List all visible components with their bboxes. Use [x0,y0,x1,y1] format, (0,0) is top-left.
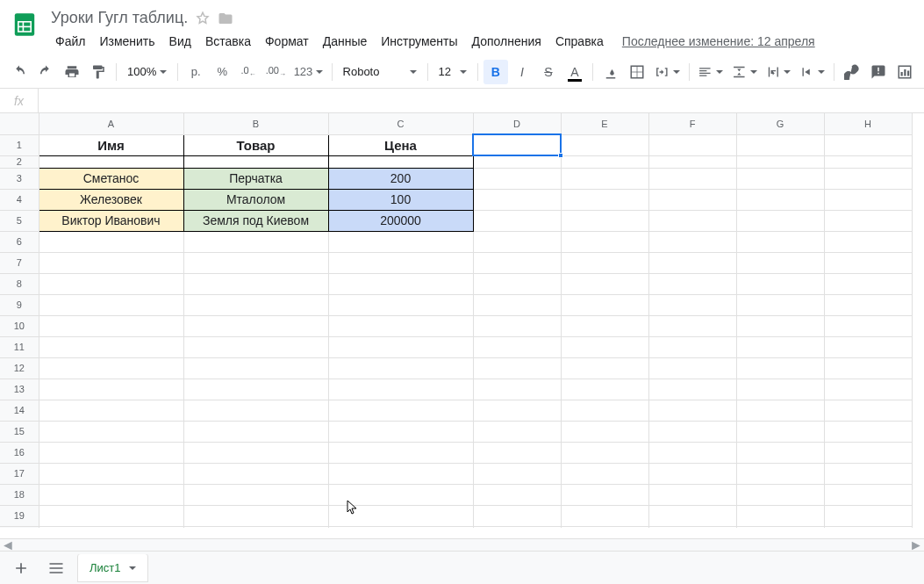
chart-button[interactable] [892,60,917,84]
cell[interactable] [328,336,473,357]
cell[interactable] [473,400,561,421]
add-sheet-button[interactable] [7,554,35,582]
cell[interactable] [736,421,824,442]
cell[interactable] [561,231,648,252]
strike-button[interactable]: S [536,60,561,84]
dec-increase-button[interactable]: .00→ [262,60,289,84]
cell[interactable] [736,315,824,336]
cell-b1[interactable]: Товар [183,134,328,155]
cell[interactable] [736,294,824,315]
undo-button[interactable] [7,60,32,84]
cell-c1[interactable]: Цена [328,134,473,155]
cell[interactable] [473,231,561,252]
wrap-button[interactable] [763,60,795,84]
row-header-12[interactable]: 12 [0,357,39,379]
cell-a5[interactable]: Виктор Иванович [39,210,183,231]
cell[interactable] [648,484,736,505]
cell-d4[interactable] [473,189,561,210]
cell[interactable] [473,252,561,273]
menu-data[interactable]: Данные [317,31,374,52]
cell[interactable] [648,357,736,379]
cell-e2[interactable] [561,155,648,168]
cell[interactable] [561,252,648,273]
paint-format-button[interactable] [86,60,111,84]
cell-g2[interactable] [736,155,824,168]
spreadsheet-grid[interactable]: A B C D E F G H 1 Имя Товар Цена 2 3 Сме… [0,113,913,528]
font-select[interactable]: Roboto [338,61,422,83]
cell[interactable] [473,336,561,357]
row-header-10[interactable]: 10 [0,315,39,336]
row-header-15[interactable]: 15 [0,421,39,442]
row-header-14[interactable]: 14 [0,400,39,421]
cell-h2[interactable] [824,155,912,168]
row-header-6[interactable]: 6 [0,231,39,252]
cell-b4[interactable]: Мталолом [183,189,328,210]
cell-f3[interactable] [648,168,736,189]
cell[interactable] [473,484,561,505]
row-header-5[interactable]: 5 [0,210,39,231]
cell[interactable] [824,442,912,463]
cell[interactable] [561,463,648,484]
menu-addons[interactable]: Дополнения [466,31,548,52]
cell[interactable] [648,252,736,273]
cell[interactable] [561,294,648,315]
row-header-13[interactable]: 13 [0,379,39,400]
cell-a2[interactable] [39,155,183,168]
row-header-1[interactable]: 1 [0,134,39,155]
cell-f5[interactable] [648,210,736,231]
cell[interactable] [39,421,183,442]
row-header-19[interactable]: 19 [0,505,39,526]
cell[interactable] [39,357,183,379]
cell-f2[interactable] [648,155,736,168]
cell[interactable] [824,421,912,442]
cell[interactable] [736,273,824,294]
font-size-select[interactable]: 12 [433,61,472,83]
cell[interactable] [561,442,648,463]
sheet-tab-1[interactable]: Лист1 [77,554,148,582]
cell-g4[interactable] [736,189,824,210]
cell[interactable] [473,379,561,400]
cell[interactable] [561,315,648,336]
cell-d1[interactable] [473,134,561,155]
all-sheets-button[interactable] [42,554,70,582]
cell-c5[interactable]: 200000 [328,210,473,231]
cell-g3[interactable] [736,168,824,189]
cell[interactable] [328,442,473,463]
cell-g1[interactable] [736,134,824,155]
cell[interactable] [39,505,183,526]
row-header-8[interactable]: 8 [0,273,39,294]
cell[interactable] [328,273,473,294]
row-header-3[interactable]: 3 [0,168,39,189]
italic-button[interactable]: I [510,60,534,84]
col-header-g[interactable]: G [736,113,824,134]
cell[interactable] [648,294,736,315]
cell[interactable] [561,505,648,526]
cell-a4[interactable]: Железовек [39,189,183,210]
cell[interactable] [328,505,473,526]
cell[interactable] [824,336,912,357]
cell[interactable] [648,526,736,528]
halign-button[interactable] [694,60,727,84]
cell[interactable] [561,526,648,528]
move-folder-icon[interactable] [218,11,233,26]
cell[interactable] [648,505,736,526]
cell[interactable] [473,294,561,315]
cell-h1[interactable] [824,134,912,155]
menu-file[interactable]: Файл [49,31,91,52]
cell[interactable] [736,336,824,357]
cell[interactable] [648,421,736,442]
last-edit-link[interactable]: Последнее изменение: 12 апреля [622,34,815,48]
link-button[interactable] [840,60,864,84]
cell[interactable] [824,294,912,315]
cell[interactable] [824,463,912,484]
cell[interactable] [39,400,183,421]
cell[interactable] [824,400,912,421]
cell[interactable] [736,463,824,484]
cell[interactable] [648,442,736,463]
cell[interactable] [736,231,824,252]
cell[interactable] [648,315,736,336]
row-header-9[interactable]: 9 [0,294,39,315]
menu-insert[interactable]: Вставка [199,31,257,52]
bold-button[interactable]: B [483,60,508,84]
cell[interactable] [648,336,736,357]
